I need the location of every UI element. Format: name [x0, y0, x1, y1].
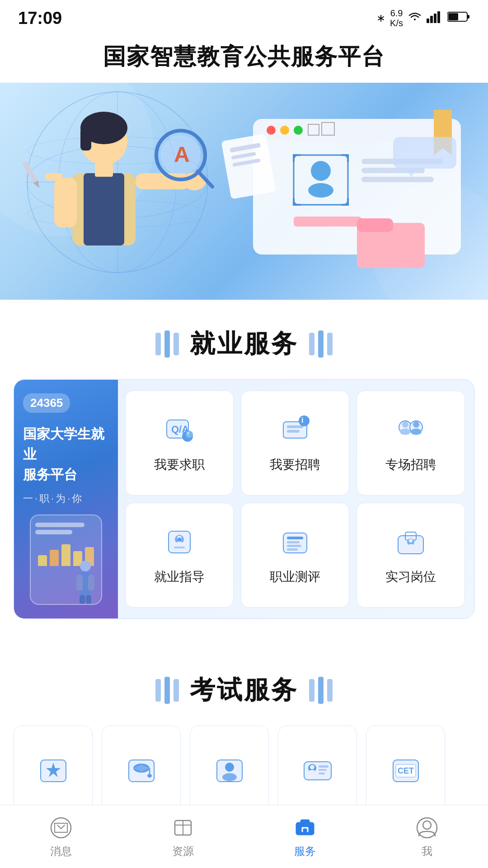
svg-point-91: [408, 544, 413, 547]
exam-item-3[interactable]: [190, 726, 269, 816]
svg-rect-6: [448, 13, 458, 20]
svg-rect-18: [84, 173, 124, 245]
employment-left-title: 国家大学生就业服务平台: [23, 424, 109, 485]
exam-item-4[interactable]: [278, 726, 357, 816]
svg-rect-2: [434, 14, 436, 23]
svg-rect-86: [287, 548, 298, 551]
title-bar-4: [309, 333, 314, 355]
svg-point-90: [409, 539, 413, 542]
chart-bar-1: [38, 555, 47, 566]
nav-label-resources: 资源: [172, 844, 194, 859]
title-bars-left: [155, 330, 179, 358]
svg-text:?: ?: [187, 432, 189, 437]
phone-bar-1: [35, 523, 84, 527]
resource-icon: [170, 815, 196, 840]
svg-point-104: [310, 765, 314, 769]
employment-right-panel: Q/A ? 我要求职: [118, 380, 474, 618]
title-bars-right: [309, 330, 333, 358]
cet-icon: CET: [388, 753, 424, 789]
employment-card: 24365 国家大学生就业服务平台 一·职·为·你: [14, 379, 474, 619]
service-label-job-seek: 我要求职: [154, 456, 205, 473]
nav-label-services: 服务: [294, 844, 316, 859]
svg-rect-106: [319, 765, 328, 768]
employment-section: 就业服务 24365 国家大学生就业服务平台 一·职·为·你: [0, 300, 488, 646]
exam-item-1[interactable]: [14, 726, 93, 816]
svg-point-54: [80, 561, 91, 571]
nav-item-messages[interactable]: 消息: [39, 811, 83, 863]
service-item-internship[interactable]: 实习岗位: [357, 503, 465, 608]
svg-rect-24: [136, 173, 190, 189]
svg-point-112: [51, 818, 71, 838]
svg-point-121: [423, 821, 431, 829]
svg-point-75: [411, 429, 422, 435]
bottom-nav: 消息 资源 服务: [0, 805, 488, 868]
svg-rect-51: [357, 218, 393, 232]
svg-rect-119: [303, 829, 307, 832]
svg-rect-84: [287, 541, 300, 543]
service-label-special-recruit: 专场招聘: [385, 456, 436, 473]
svg-rect-108: [319, 773, 325, 774]
nav-item-resources[interactable]: 资源: [161, 811, 205, 863]
app-title: 国家智慧教育公共服务平台: [0, 42, 488, 72]
profile-icon: [414, 815, 440, 840]
service-label-internship: 实习岗位: [385, 568, 436, 585]
nav-label-messages: 消息: [50, 844, 72, 859]
exam-title-wrap: 考试服务: [0, 646, 488, 726]
exam-title-bar-1: [155, 679, 161, 702]
exam-title-bars-right: [309, 677, 333, 704]
exam-item-2[interactable]: [102, 726, 181, 816]
message-icon: [48, 815, 74, 840]
exam-item-cet[interactable]: CET: [366, 726, 445, 816]
svg-point-39: [311, 161, 331, 181]
svg-point-80: [178, 538, 181, 541]
internship-icon: [393, 525, 429, 561]
svg-point-101: [222, 773, 237, 781]
person-exam-icon: [211, 753, 248, 789]
exam-title: 考试服务: [190, 673, 298, 708]
service-label-guidance: 就业指导: [154, 568, 205, 585]
service-item-career-test[interactable]: 职业测评: [241, 503, 349, 608]
exam-title-bar-5: [318, 677, 324, 704]
svg-rect-44: [294, 217, 361, 226]
service-item-special-recruit[interactable]: 专场招聘: [357, 391, 465, 495]
banner-illustration: A: [0, 83, 488, 300]
degree-exam-icon: [123, 753, 160, 789]
svg-rect-52: [393, 137, 456, 169]
wifi-icon: [408, 10, 422, 26]
service-item-recruit[interactable]: i 我要招聘: [241, 391, 349, 495]
service-icon: [292, 815, 318, 840]
svg-point-72: [400, 429, 411, 435]
small-figure-svg: [74, 559, 97, 604]
job-seek-icon: Q/A ?: [161, 413, 197, 449]
svg-rect-57: [88, 575, 94, 591]
nav-item-services[interactable]: 服务: [283, 811, 327, 863]
employment-badge: 24365: [23, 393, 70, 413]
employment-left-panel: 24365 国家大学生就业服务平台 一·职·为·你: [14, 380, 118, 618]
service-item-job-seek[interactable]: Q/A ? 我要求职: [125, 391, 234, 495]
employment-left-illustration: [23, 505, 109, 605]
recruit-icon: i: [277, 413, 313, 449]
svg-point-35: [294, 126, 303, 135]
star-exam-icon: [35, 753, 71, 789]
svg-rect-0: [427, 19, 429, 23]
special-recruit-icon: [393, 413, 429, 449]
career-test-icon: [277, 525, 313, 561]
svg-rect-19: [95, 163, 113, 177]
service-item-guidance[interactable]: 就业指导: [125, 503, 234, 608]
service-label-career-test: 职业测评: [270, 568, 320, 585]
svg-point-105: [309, 770, 315, 774]
svg-point-71: [402, 421, 408, 428]
svg-point-98: [147, 774, 152, 778]
guidance-icon: [161, 525, 197, 561]
svg-text:CET: CET: [398, 766, 414, 775]
exam-title-bar-4: [309, 679, 314, 702]
signal-icon: [427, 10, 443, 26]
speed-indicator: 6.9K/s: [390, 8, 403, 28]
phone-illustration: [30, 514, 102, 605]
svg-point-100: [225, 763, 234, 772]
svg-rect-102: [304, 762, 331, 780]
title-bar-3: [174, 333, 179, 355]
nav-item-profile[interactable]: 我: [405, 811, 449, 863]
svg-rect-59: [86, 595, 91, 604]
svg-rect-16: [80, 128, 91, 151]
